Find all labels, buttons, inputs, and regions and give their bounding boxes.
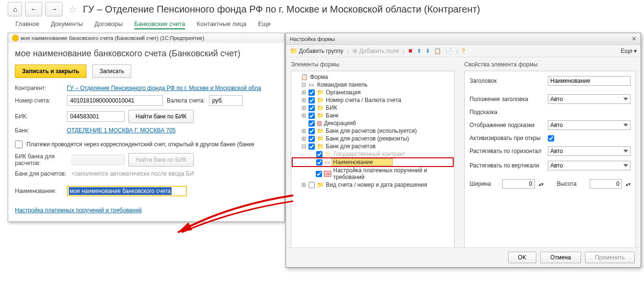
tree-pane[interactable]: 📋Форма ⊟▭Командная панель ⊞📁Организация … bbox=[291, 71, 455, 249]
forward-button[interactable]: → bbox=[45, 2, 62, 16]
paste-icon[interactable]: 📄 bbox=[445, 48, 452, 54]
bank-link[interactable]: ОТДЕЛЕНИЕ 1 МОСКВА Г. МОСКВА 705 bbox=[67, 127, 176, 134]
props-pane: Заголовок Положение заголовка Подсказка … bbox=[464, 71, 636, 249]
tree-dec6[interactable]: ▨Декорация6 bbox=[292, 119, 453, 127]
tree-acctype[interactable]: ⊞📁Вид счета / номер и дата разрешения bbox=[292, 181, 453, 189]
favorite-icon[interactable]: ☆ bbox=[68, 3, 77, 15]
corr-checkbox[interactable] bbox=[15, 141, 23, 148]
counterparty-label: Контрагент: bbox=[15, 85, 63, 91]
delete-icon[interactable]: ✖ bbox=[408, 48, 413, 54]
name-label: Наименование: bbox=[15, 188, 63, 194]
home-button[interactable]: ⌂ bbox=[8, 2, 22, 16]
dialog-title: Настройка формы bbox=[290, 36, 335, 42]
form-settings-dialog: Настройка формы ✕ 📁Добавить группу | ⊕До… bbox=[285, 33, 641, 268]
form-window-title: мое наименование банковского счета (Банк… bbox=[21, 35, 204, 41]
apply-button[interactable]: Применить bbox=[585, 252, 635, 263]
add-fields-button: ⊕Добавить поля bbox=[352, 47, 399, 54]
p-hintdisp-lbl: Отображение подсказки bbox=[470, 122, 544, 128]
tree-title: Элементы формы bbox=[291, 61, 455, 68]
tab-contacts[interactable]: Контактные лица bbox=[197, 20, 247, 29]
tab-contracts[interactable]: Договоры bbox=[95, 20, 123, 29]
p-activate-check[interactable] bbox=[548, 135, 554, 141]
tree-bankcalc3[interactable]: ⊟📁Банк для расчетов bbox=[292, 142, 453, 150]
accno-label: Номер счета: bbox=[15, 97, 63, 104]
tree-payconfig[interactable]: окНастройка платежных поручений и требов… bbox=[292, 167, 453, 181]
p-hint-lbl: Подсказка bbox=[470, 109, 544, 115]
p-width-input[interactable] bbox=[502, 179, 535, 189]
find-bank2-button: Найти банк по БИК bbox=[128, 153, 194, 167]
bik-input[interactable] bbox=[67, 111, 124, 122]
p-titlepos-input[interactable] bbox=[548, 94, 631, 104]
p-activate-lbl: Активизировать при откры bbox=[470, 135, 544, 141]
p-stretchh-input[interactable] bbox=[548, 146, 631, 156]
close-icon[interactable]: ✕ bbox=[632, 35, 637, 42]
help-icon[interactable]: ? bbox=[461, 48, 465, 54]
name-value: мое наименование банковского счета bbox=[69, 187, 172, 195]
tab-documents[interactable]: Документы bbox=[51, 20, 83, 29]
tree-govcontract[interactable]: 📁Государственный контракт bbox=[292, 150, 453, 158]
tree-accno[interactable]: ⊞📁Номер счета / Валюта счета bbox=[292, 96, 453, 104]
tab-more[interactable]: Еще bbox=[258, 20, 271, 29]
bik2-input bbox=[72, 154, 124, 165]
move-up-icon[interactable]: ⬆ bbox=[417, 48, 421, 54]
svg-marker-0 bbox=[178, 222, 192, 232]
tree-org[interactable]: ⊞📁Организация bbox=[292, 89, 453, 96]
bik-label: БИК: bbox=[15, 113, 63, 120]
currency-label: Валюта счета: bbox=[167, 97, 205, 104]
back-button[interactable]: ← bbox=[25, 2, 42, 16]
bank2-placeholder: <заполняется автоматически после ввода Б… bbox=[72, 170, 194, 177]
p-height-input[interactable] bbox=[590, 179, 622, 189]
tree-root[interactable]: 📋Форма bbox=[292, 73, 453, 81]
counterparty-link[interactable]: ГУ – Отделение Пенсионного фонда РФ по г… bbox=[67, 85, 261, 91]
save-close-button[interactable]: Записать и закрыть bbox=[15, 64, 87, 78]
p-stretchv-input[interactable] bbox=[548, 161, 631, 170]
tree-bankcalc1[interactable]: ⊞📁Банк для расчетов (используется) bbox=[292, 127, 453, 135]
find-bank-button[interactable]: Найти банк по БИК bbox=[128, 110, 194, 123]
bank-label: Банк: bbox=[15, 127, 63, 134]
bik2-label: БИК банка для расчетов: bbox=[15, 153, 68, 167]
app-icon bbox=[12, 35, 19, 41]
cancel-button[interactable]: Отмена bbox=[540, 252, 581, 263]
tab-main[interactable]: Главное bbox=[15, 20, 39, 29]
ok-button[interactable]: OK bbox=[508, 252, 536, 263]
payment-config-link[interactable]: Настройка платежных поручений и требован… bbox=[15, 207, 142, 214]
corr-label: Платежи проводятся через корреспондентск… bbox=[26, 141, 254, 148]
add-group-button[interactable]: 📁Добавить группу bbox=[290, 47, 343, 54]
tree-name[interactable]: ▭Наименование bbox=[292, 158, 453, 167]
bank2-label: Банк для расчетов: bbox=[15, 170, 68, 177]
p-hintdisp-input[interactable] bbox=[548, 120, 631, 130]
currency-input[interactable] bbox=[209, 95, 243, 106]
tabs: Главное Документы Договоры Банковские сч… bbox=[0, 18, 644, 30]
p-height-lbl: Высота bbox=[557, 180, 586, 187]
tab-bank-accounts[interactable]: Банковские счета bbox=[134, 20, 185, 29]
form-heading: мое наименование банковского счета (Банк… bbox=[15, 49, 277, 59]
p-title-input[interactable] bbox=[548, 76, 631, 86]
more-button[interactable]: Еще ▾ bbox=[621, 48, 637, 54]
tree-cmdpanel[interactable]: ⊟▭Командная панель bbox=[292, 81, 453, 89]
accno-input[interactable] bbox=[67, 95, 163, 106]
p-titlepos-lbl: Положение заголовка bbox=[470, 96, 544, 103]
tree-bik[interactable]: ⊞📁БИК bbox=[292, 104, 453, 112]
p-stretchh-lbl: Растягивать по горизонтал bbox=[470, 148, 544, 154]
name-input[interactable]: мое наименование банковского счета bbox=[67, 186, 187, 196]
tree-bank[interactable]: ⊞📁Банк bbox=[292, 112, 453, 119]
p-stretchv-lbl: Растягивать по вертикали bbox=[470, 162, 544, 169]
copy-icon[interactable]: 📋 bbox=[434, 48, 441, 54]
p-width-lbl: Ширина bbox=[470, 180, 498, 187]
props-title: Свойства элемента формы bbox=[464, 61, 636, 68]
bank-account-form: мое наименование банковского счета (Банк… bbox=[8, 33, 285, 222]
save-button[interactable]: Записать bbox=[92, 64, 131, 78]
move-down-icon[interactable]: ⬇ bbox=[425, 48, 430, 54]
p-title-lbl: Заголовок bbox=[470, 77, 544, 84]
tree-bankcalc2[interactable]: ⊞📁Банк для расчетов (реквизиты) bbox=[292, 135, 453, 142]
form-titlebar: мое наименование банковского счета (Банк… bbox=[8, 33, 284, 43]
page-title: ГУ – Отделение Пенсионного фонда РФ по г… bbox=[83, 4, 480, 15]
